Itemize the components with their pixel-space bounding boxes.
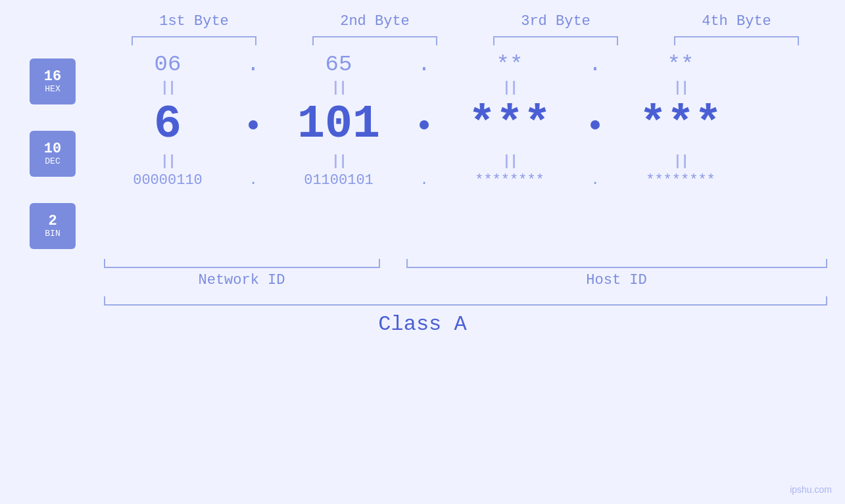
hex-dot-1: . [240,52,266,77]
bin-cell-3: ******** [437,172,582,189]
dec-value-3: *** [468,99,551,150]
hex-cell-4: ** [608,52,753,77]
byte-header-4: 4th Byte [664,13,809,30]
dec-badge: 10 DEC [30,131,76,177]
bin-value-4: ******** [646,172,715,189]
eq2-1: || [95,153,240,170]
network-id-label: Network ID [104,272,380,288]
hex-value-3: ** [496,52,523,77]
bracket-top-4 [674,36,799,45]
dec-dot-2 [411,120,437,129]
hex-dot-3: . [582,52,608,77]
dec-value-1: 6 [154,99,181,150]
hex-badge-number: 16 [44,69,61,85]
bottom-section: Network ID Host ID [104,259,827,288]
hex-cell-3: ** [437,52,582,77]
eq1-3: || [437,80,582,96]
bin-cell-4: ******** [608,172,753,189]
bracket-bottom-network [104,259,380,268]
bin-dot-2: . [411,172,437,189]
content-area: 16 HEX 10 DEC 2 BIN 06 . [30,52,845,256]
bin-value-3: ******** [475,172,544,189]
bin-dot-1: . [240,172,266,189]
bin-badge-number: 2 [48,214,57,229]
hex-dot-2: . [411,52,437,77]
dec-cell-3: *** [437,99,582,150]
bracket-bottom-host [406,259,827,268]
eq2-4: || [608,153,753,170]
values-area: 06 . 65 . ** . ** [95,52,845,256]
dec-cell-2: 101 [266,99,411,150]
dec-badge-number: 10 [44,141,61,157]
bottom-bracket-row [104,259,827,268]
dec-dot-3 [582,120,608,129]
bin-cell-1: 00000110 [95,172,240,189]
host-id-label: Host ID [406,272,827,288]
byte-header-3: 3rd Byte [483,13,628,30]
byte-header-2: 2nd Byte [302,13,447,30]
left-badges: 16 HEX 10 DEC 2 BIN [30,52,76,256]
watermark: ipshu.com [790,484,832,495]
bin-value-2: 01100101 [304,172,374,189]
hex-cell-2: 65 [266,52,411,77]
equals-row-1: || || || || [95,80,845,96]
eq2-3: || [437,153,582,170]
main-container: 1st Byte 2nd Byte 3rd Byte 4th Byte 16 H… [0,0,845,504]
dec-value-4: *** [639,99,722,150]
hex-value-1: 06 [155,52,181,77]
top-brackets [104,36,827,45]
bin-dot-3: . [582,172,608,189]
dec-cell-4: *** [608,99,753,150]
eq1-1: || [95,80,240,96]
byte-header-1: 1st Byte [122,13,266,30]
eq1-4: || [608,80,753,96]
dec-row: 6 101 *** *** [95,99,845,150]
hex-badge-label: HEX [45,85,60,94]
bracket-top-2 [312,36,437,45]
bin-badge-label: BIN [45,229,60,239]
hex-cell-1: 06 [95,52,240,77]
hex-value-2: 65 [326,52,352,77]
class-label: Class A [0,312,845,336]
bin-badge: 2 BIN [30,203,76,249]
eq2-2: || [266,153,411,170]
dec-cell-1: 6 [95,99,240,150]
bin-cell-2: 01100101 [266,172,411,189]
eq1-2: || [266,80,411,96]
equals-row-2: || || || || [95,153,845,170]
dec-value-2: 101 [297,99,380,150]
hex-value-4: ** [667,52,694,77]
bracket-top-1 [132,36,256,45]
hex-badge: 16 HEX [30,58,76,104]
bin-value-1: 00000110 [133,172,203,189]
hex-row: 06 . 65 . ** . ** [95,52,845,77]
dec-badge-label: DEC [45,157,60,166]
bin-row: 00000110 . 01100101 . ******** . [95,172,845,189]
dec-dot-1 [240,120,266,129]
bracket-top-3 [493,36,618,45]
label-row: Network ID Host ID [104,272,827,288]
full-bottom-bracket [104,296,827,306]
byte-headers: 1st Byte 2nd Byte 3rd Byte 4th Byte [104,13,827,30]
